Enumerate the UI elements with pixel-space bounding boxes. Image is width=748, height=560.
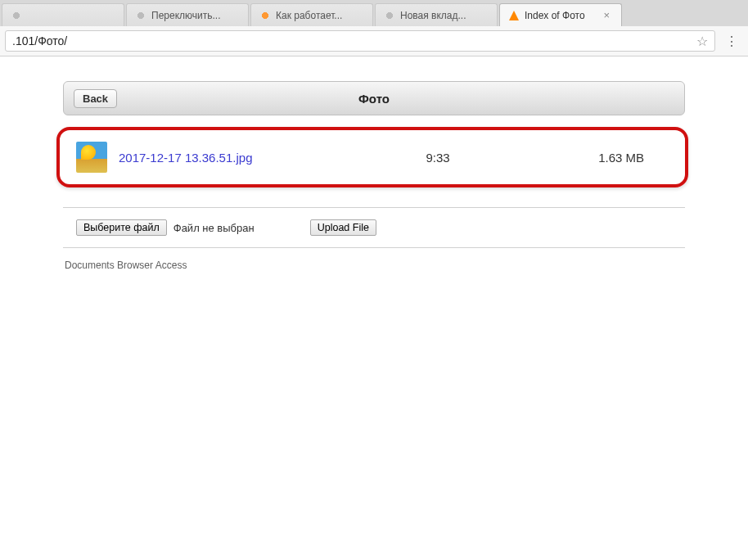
- thumbnail-icon: [76, 142, 107, 173]
- tab-title: Новая вклад...: [400, 10, 466, 21]
- file-name-link[interactable]: 2017-12-17 13.36.51.jpg: [119, 151, 364, 165]
- tab-0[interactable]: [2, 3, 124, 26]
- page-content: Back Фото 2017-12-17 13.36.51.jpg 9:33 1…: [0, 56, 748, 271]
- browser-chrome: Переключить... Как работает... Новая вкл…: [0, 0, 748, 56]
- footer-text: Documents Browser Access: [63, 251, 685, 271]
- tab-2[interactable]: Как работает...: [250, 3, 373, 26]
- tab-strip: Переключить... Как работает... Новая вкл…: [0, 0, 748, 26]
- address-row: .101/Фото/ ☆ ⋮: [0, 26, 748, 56]
- divider: [63, 207, 685, 208]
- url-text: .101/Фото/: [12, 34, 67, 47]
- file-row[interactable]: 2017-12-17 13.36.51.jpg 9:33 1.63 MB: [61, 132, 683, 183]
- bookmark-star-icon[interactable]: ☆: [696, 34, 708, 49]
- upload-file-button[interactable]: Upload File: [310, 219, 376, 236]
- divider: [63, 247, 685, 248]
- file-size: 1.63 MB: [511, 151, 669, 165]
- upload-row: Выберите файл Файл не выбран Upload File: [63, 215, 685, 241]
- address-bar[interactable]: .101/Фото/ ☆: [5, 30, 715, 52]
- favicon-icon: [11, 10, 22, 21]
- panel: Back Фото 2017-12-17 13.36.51.jpg 9:33 1…: [63, 81, 685, 271]
- tab-title: Index of Фото: [525, 10, 585, 21]
- menu-icon[interactable]: ⋮: [720, 34, 743, 49]
- favicon-icon: [259, 10, 271, 21]
- close-icon[interactable]: ×: [603, 9, 610, 21]
- tab-title: Переключить...: [151, 10, 220, 21]
- header-bar: Back Фото: [63, 81, 685, 115]
- tab-1[interactable]: Переключить...: [126, 3, 249, 26]
- highlighted-file-row: 2017-12-17 13.36.51.jpg 9:33 1.63 MB: [56, 127, 688, 187]
- tab-3[interactable]: Новая вклад...: [375, 3, 498, 26]
- favicon-icon: [384, 10, 395, 21]
- back-button[interactable]: Back: [74, 89, 117, 108]
- page-title: Фото: [64, 92, 684, 106]
- favicon-icon: [135, 10, 146, 21]
- tab-title: Как работает...: [276, 10, 342, 21]
- tab-4-active[interactable]: Index of Фото ×: [499, 3, 622, 26]
- file-time: 9:33: [364, 151, 511, 165]
- no-file-chosen-text: Файл не выбран: [173, 222, 255, 234]
- choose-file-button[interactable]: Выберите файл: [76, 219, 167, 236]
- vlc-icon: [508, 10, 520, 21]
